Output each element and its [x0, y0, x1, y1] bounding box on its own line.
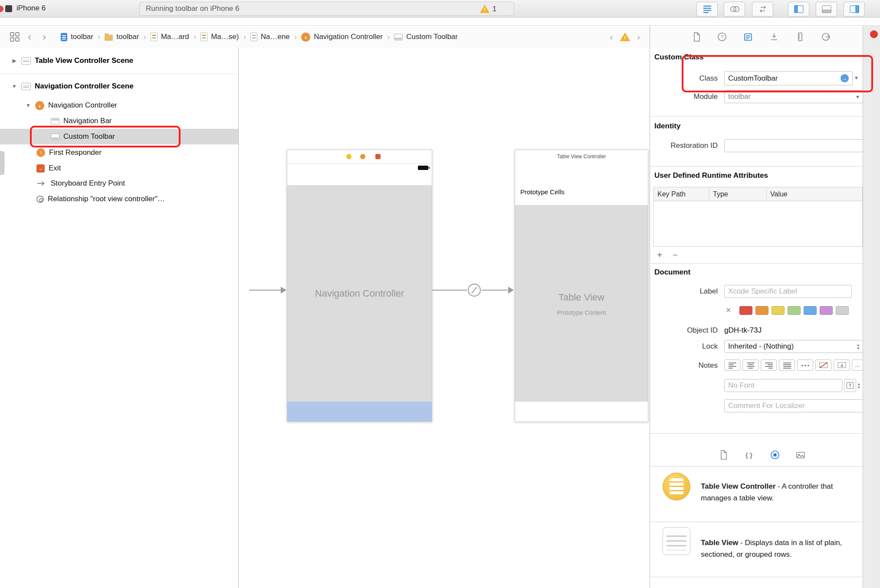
back-button[interactable]: ‹ [28, 32, 31, 42]
attributes-inspector-tab[interactable] [768, 30, 781, 43]
breadcrumb-custom-toolbar[interactable]: Custom Toolbar [394, 33, 458, 41]
identity-inspector-tab[interactable] [742, 30, 755, 43]
document-label-field[interactable] [724, 285, 852, 298]
breadcrumb-project[interactable]: toolbar [61, 33, 93, 41]
custom-toolbar-view[interactable] [287, 402, 432, 421]
issues-badge[interactable]: ! 1 [480, 5, 496, 13]
outline-item-relationship[interactable]: Relationship "root view controller"… [0, 191, 238, 207]
color-swatch-gray[interactable] [836, 306, 849, 315]
xcode-window: iPhone 6 Running toolbar on iPhone 6 ! 1 [0, 0, 880, 588]
previous-issue-button[interactable]: ‹ [610, 33, 613, 41]
text-attributes-button[interactable]: a [834, 359, 850, 371]
toggle-debug-area-button[interactable] [816, 2, 837, 16]
object-library-tab[interactable] [769, 449, 781, 461]
remove-attribute-button[interactable]: − [669, 250, 681, 260]
localizer-comment-field[interactable] [724, 399, 863, 412]
relationship-icon [36, 196, 44, 203]
color-swatch-blue[interactable] [804, 306, 817, 315]
notes-font-field[interactable] [724, 379, 842, 392]
lock-stepper-icon[interactable]: ▴▾ [857, 343, 859, 350]
warning-icon[interactable]: ! [620, 33, 630, 41]
forward-button[interactable]: › [43, 32, 46, 42]
breadcrumb-storyboard-base[interactable]: Ma…se) [200, 33, 239, 41]
library-item-table-view[interactable]: Table View - Displays data in a list of … [701, 537, 858, 560]
storyboard-canvas[interactable]: Navigation Controller Table View Control… [239, 48, 650, 588]
navigation-controller-scene[interactable]: Navigation Controller [287, 150, 432, 422]
align-left-button[interactable] [724, 359, 740, 371]
breadcrumb-navigation-controller[interactable]: ‹ Navigation Controller [301, 33, 383, 42]
outline-item-storyboard-entry-point[interactable]: Storyboard Entry Point [0, 176, 238, 191]
next-issue-button[interactable]: › [637, 33, 640, 41]
related-items-button[interactable] [10, 32, 20, 42]
table-view-content[interactable]: Table View Prototype Content [515, 206, 648, 402]
module-dropdown-chevron-icon[interactable]: ▾ [856, 93, 859, 100]
crumb-separator: › [243, 32, 246, 42]
toggle-inspector-button[interactable] [844, 2, 865, 16]
class-dropdown-chevron-icon[interactable]: ▾ [855, 74, 858, 81]
font-picker-button[interactable]: T [844, 379, 856, 392]
outline-item-first-responder[interactable]: ↑ First Responder [0, 145, 238, 160]
runtime-attributes-header: Key Path Type Value [654, 187, 862, 201]
class-field[interactable]: CustomToolbar → [724, 71, 853, 85]
align-center-button[interactable] [742, 359, 759, 371]
color-swatch-green[interactable] [788, 306, 801, 315]
disclosure-triangle-icon[interactable]: ▼ [25, 102, 31, 108]
code-snippet-library-tab[interactable]: { } [743, 449, 755, 461]
breadcrumb-group[interactable]: toolbar [105, 33, 139, 41]
library-divider [650, 577, 863, 577]
justify-button[interactable] [779, 359, 795, 371]
outline-item-custom-toolbar[interactable]: Custom Toolbar [0, 129, 238, 144]
runtime-attributes-table[interactable]: Key Path Type Value [653, 187, 863, 247]
outline-item-navigation-controller[interactable]: ▼ ‹ Navigation Controller [0, 98, 238, 113]
add-attribute-button[interactable]: + [653, 250, 666, 260]
lock-dropdown[interactable]: Inherited - (Nothing) ▴▾ [724, 340, 863, 353]
align-right-button[interactable] [761, 359, 777, 371]
relationship-segue-badge[interactable] [468, 284, 481, 297]
table-view-controller-scene[interactable]: Table View Controller Prototype Cells Ta… [515, 150, 648, 422]
media-library-tab[interactable] [795, 449, 807, 461]
disclosure-triangle-icon[interactable]: ▶ [11, 58, 17, 64]
standard-editor-button[interactable] [696, 2, 718, 16]
panel-grabber[interactable] [0, 151, 4, 175]
size-inspector-tab[interactable] [794, 30, 807, 43]
label-label: Label [653, 285, 718, 298]
first-responder-dock-icon[interactable] [360, 154, 365, 159]
more-options-button[interactable]: … [852, 359, 863, 371]
version-editor-button[interactable] [752, 2, 773, 16]
entry-point-arrow [249, 290, 281, 291]
no-background-button[interactable] [815, 359, 831, 371]
module-field[interactable]: toolbar ▾ [724, 90, 863, 103]
clear-color-button[interactable]: ✕ [726, 306, 731, 314]
restoration-id-field[interactable] [724, 139, 863, 152]
color-swatch-purple[interactable] [820, 306, 833, 315]
color-swatch-orange[interactable] [755, 306, 768, 315]
breadcrumb-scene[interactable]: Na…ene [250, 33, 290, 41]
file-template-library-tab[interactable] [717, 449, 729, 461]
breadcrumb-storyboard[interactable]: Ma…ard [151, 33, 189, 41]
quick-help-tab[interactable]: ? [716, 30, 729, 43]
toolbar-object-icon [51, 134, 59, 140]
col-type: Type [709, 187, 767, 201]
jump-to-class-icon[interactable]: → [841, 74, 849, 82]
toggle-navigator-button[interactable] [788, 2, 809, 16]
font-stepper-icon[interactable]: ▴▾ [858, 382, 860, 389]
color-swatch-red[interactable] [739, 306, 752, 315]
crumb-separator: › [98, 32, 100, 42]
navigation-controller-content[interactable]: Navigation Controller [287, 185, 432, 402]
disclosure-triangle-icon[interactable]: ▼ [11, 83, 17, 89]
assistant-editor-button[interactable] [724, 2, 745, 16]
outline-item-navigation-controller-scene[interactable]: ▼ Navigation Controller Scene [0, 78, 238, 94]
outline-item-navigation-bar[interactable]: Navigation Bar [0, 113, 238, 129]
file-inspector-tab[interactable] [690, 30, 703, 43]
scheme-icon [5, 5, 12, 12]
outline-item-table-view-controller-scene[interactable]: ▶ Table View Controller Scene [0, 53, 238, 69]
library-item-table-view-controller[interactable]: Table View Controller - A controller tha… [701, 480, 858, 504]
scheme-selector[interactable]: iPhone 6 [16, 4, 46, 13]
view-controller-dock-icon[interactable] [346, 154, 351, 159]
exit-dock-icon[interactable] [375, 154, 381, 159]
outline-item-exit[interactable]: → Exit [0, 160, 238, 176]
dashes-button[interactable] [797, 359, 813, 371]
connections-inspector-tab[interactable] [820, 30, 833, 43]
close-window-icon[interactable] [0, 6, 3, 12]
color-swatch-yellow[interactable] [772, 306, 785, 315]
